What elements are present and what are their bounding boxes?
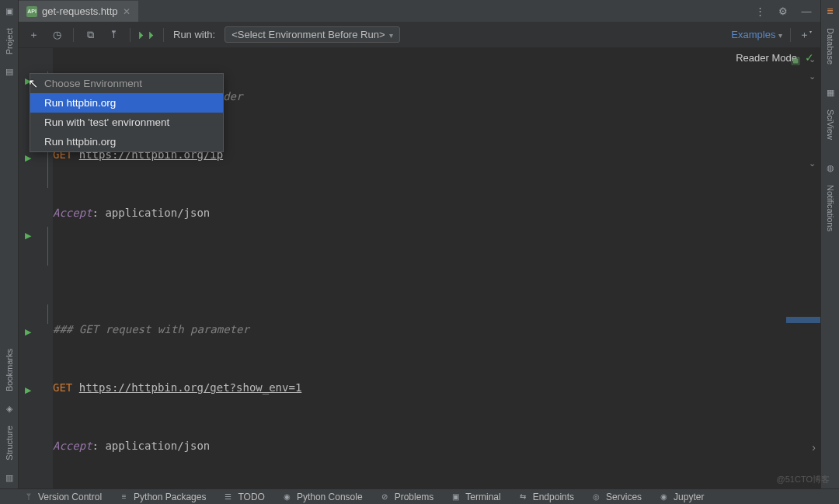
bell-icon[interactable]: ◍ — [824, 162, 837, 174]
environment-selected: <Select Environment Before Run> — [232, 29, 385, 40]
examples-label: Examples — [731, 29, 775, 40]
code-text: GET — [53, 378, 72, 398]
status-label: Version Control — [38, 492, 102, 502]
editor-right-column: ⌄ ▣ ⌄ ⌄ › — [785, 48, 820, 488]
folder2-icon[interactable]: ▤ — [3, 65, 16, 78]
status-label: TODO — [238, 492, 264, 502]
left-tool-project[interactable]: Project — [5, 22, 14, 61]
services-icon: ◎ — [591, 492, 601, 502]
status-label: Endpoints — [533, 492, 574, 502]
run-with-label: Run with: — [173, 29, 215, 40]
run-context-menu: Choose Environment Run httpbin.org Run w… — [30, 73, 224, 152]
left-tool-structure[interactable]: Structure — [5, 419, 14, 467]
code-text: Accept — [53, 436, 92, 456]
ctx-run-test-env[interactable]: Run with 'test' environment — [30, 113, 223, 132]
status-label: Terminal — [465, 492, 500, 502]
database-icon[interactable]: ≣ — [824, 5, 837, 17]
status-problems[interactable]: ⊘Problems — [380, 492, 434, 502]
console-icon: ◉ — [282, 492, 292, 502]
fold-toggle[interactable]: ⌄ — [809, 54, 816, 64]
file-tab-name: get-requests.http — [42, 5, 118, 17]
status-python-console[interactable]: ◉Python Console — [282, 492, 363, 502]
status-label: Jupyter — [674, 492, 704, 502]
ctx-header: Choose Environment — [30, 74, 223, 93]
status-bar: ᛘVersion Control ≡Python Packages ☰TODO … — [0, 488, 839, 504]
run-all-icon[interactable]: ⏵⏵ — [140, 28, 154, 42]
examples-link[interactable]: Examples — [731, 29, 782, 40]
watermark: @51CTO博客 — [777, 474, 830, 485]
close-icon[interactable]: ✕ — [123, 6, 131, 17]
chevron-right-icon[interactable]: › — [812, 441, 816, 454]
copy-icon[interactable]: ⧉ — [83, 28, 97, 42]
jupyter-icon: ◉ — [659, 492, 669, 502]
gutter-run-icon[interactable]: ▶ — [23, 153, 33, 162]
code-url[interactable]: https://httpbin.org/get?show_env=1 — [79, 378, 302, 398]
separator — [130, 28, 131, 42]
left-tool-bookmarks[interactable]: Bookmarks — [5, 342, 14, 398]
status-terminal[interactable]: ▣Terminal — [451, 492, 500, 502]
status-python-packages[interactable]: ≡Python Packages — [119, 492, 206, 502]
fold-line — [47, 227, 48, 266]
folder-icon[interactable]: ▣ — [3, 5, 16, 17]
left-tool-strip: ▣ Project ▤ Bookmarks ◈ Structure ▥ — [0, 0, 19, 488]
right-tool-database[interactable]: Database — [826, 22, 835, 71]
status-todo[interactable]: ☰TODO — [223, 492, 264, 502]
environment-select[interactable]: <Select Environment Before Run> — [225, 26, 400, 43]
fold-line — [47, 304, 48, 324]
ctx-run-httpbin[interactable]: Run httpbin.org — [30, 93, 223, 113]
status-services[interactable]: ◎Services — [591, 492, 642, 502]
api-file-icon: API — [26, 6, 37, 17]
code-text: : application/json — [92, 203, 211, 223]
status-label: Problems — [395, 492, 434, 502]
structure-icon[interactable]: ▥ — [3, 471, 16, 484]
terminal-icon: ▣ — [451, 492, 461, 502]
gutter-run-icon[interactable]: ▶ — [23, 327, 33, 336]
ctx-run-httpbin-2[interactable]: Run httpbin.org — [30, 132, 223, 151]
chevron-down-icon — [389, 29, 393, 40]
status-jupyter[interactable]: ◉Jupyter — [659, 492, 704, 502]
separator — [790, 28, 791, 42]
separator — [73, 28, 74, 42]
code-text: Accept — [53, 203, 92, 223]
separator — [163, 28, 164, 42]
cursor-icon: ↖ — [28, 76, 38, 91]
gear-icon[interactable]: ⚙ — [777, 5, 789, 17]
right-tool-sciview[interactable]: SciView — [826, 103, 835, 146]
endpoints-icon: ⇆ — [518, 492, 528, 502]
add-icon[interactable]: ＋ — [26, 28, 40, 42]
gutter-run-icon[interactable]: ▶ — [23, 385, 33, 395]
gutter-run-icon[interactable]: ▶ — [23, 231, 33, 240]
sciview-icon[interactable]: ▦ — [824, 86, 837, 99]
bookmark-icon[interactable]: ◈ — [3, 402, 16, 415]
status-label: Services — [606, 492, 642, 502]
code-text: : application/json — [92, 436, 211, 456]
warning-icon[interactable]: ▣ — [791, 54, 800, 66]
fold-line — [47, 149, 48, 188]
right-tool-strip: ≣ Database ▦ SciView ◍ Notifications — [820, 0, 839, 488]
chevron-down-icon — [778, 29, 782, 40]
status-label: Python Console — [297, 492, 363, 502]
status-version-control[interactable]: ᛘVersion Control — [23, 492, 102, 502]
add-request-icon[interactable]: ＋▾ — [799, 28, 813, 42]
import-icon[interactable]: ⤒ — [106, 28, 120, 42]
right-tool-notifications[interactable]: Notifications — [826, 179, 835, 238]
file-tab-bar: API get-requests.http ✕ ⋮ ⚙ — — [19, 0, 820, 22]
branch-icon: ᛘ — [23, 492, 33, 502]
packages-icon: ≡ — [119, 492, 129, 502]
more-icon[interactable]: ⋮ — [754, 5, 766, 17]
history-icon[interactable]: ◷ — [50, 28, 64, 42]
code-text: ### — [53, 320, 79, 339]
code-text: GET request with parameter — [79, 320, 249, 339]
minimize-icon[interactable]: — — [800, 5, 813, 17]
status-label: Python Packages — [134, 492, 206, 502]
fold-toggle[interactable]: ⌄ — [809, 158, 816, 169]
status-endpoints[interactable]: ⇆Endpoints — [518, 492, 574, 502]
http-toolbar: ＋ ◷ ⧉ ⤒ ⏵⏵ Run with: <Select Environment… — [19, 22, 820, 48]
minimap-marker — [786, 317, 820, 323]
file-tab[interactable]: API get-requests.http ✕ — [19, 0, 138, 22]
fold-toggle[interactable]: ⌄ — [809, 71, 816, 82]
todo-icon: ☰ — [223, 492, 233, 502]
problems-icon: ⊘ — [380, 492, 390, 502]
